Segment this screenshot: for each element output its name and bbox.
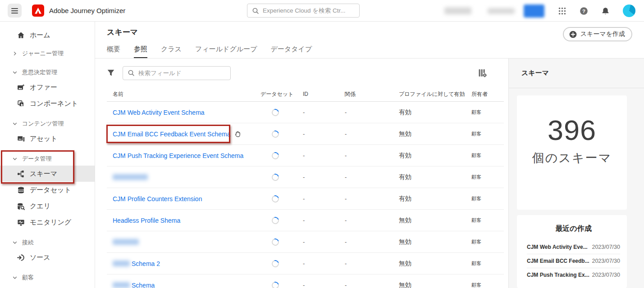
- cell-name: [107, 174, 260, 180]
- cell-dataset: [260, 174, 303, 181]
- loading-spinner-icon: [270, 151, 280, 161]
- table-row[interactable]: CJM Web Activity Event Schema - - 有効 顧客: [107, 102, 504, 123]
- chevron-down-icon: [12, 121, 18, 126]
- datasets-icon: [17, 186, 25, 194]
- chevron-down-icon: [12, 240, 18, 245]
- cell-owner: 顧客: [471, 130, 504, 137]
- sidebar-section-コンテンツ管理[interactable]: コンテンツ管理: [0, 117, 95, 130]
- sidebar: ホーム ジャーニー管理 意思決定管理 オファー コンポーネント コンテンツ管理 …: [0, 22, 95, 288]
- hand-cursor-icon: [234, 130, 242, 138]
- tab-データタイプ[interactable]: データタイプ: [271, 45, 312, 58]
- sidebar-item-コンポーネント[interactable]: コンポーネント: [0, 95, 95, 112]
- table-row[interactable]: CJM Push Tracking Experience Event Schem…: [107, 145, 504, 166]
- cell-relation: -: [345, 217, 399, 224]
- cell-dataset: [260, 152, 303, 159]
- queries-icon: [17, 202, 25, 210]
- column-header-id[interactable]: ID: [303, 91, 345, 97]
- sidebar-item-label: コンポーネント: [30, 99, 78, 108]
- help-icon[interactable]: [580, 7, 588, 15]
- cell-profile-enabled: 有効: [399, 173, 471, 181]
- recent-item-date: 2023/07/30: [592, 272, 620, 278]
- sidebar-item-アセット[interactable]: アセット: [0, 130, 95, 147]
- cell-name: Headless Profile Shema: [107, 217, 260, 224]
- sidebar-item-データセット[interactable]: データセット: [0, 182, 95, 198]
- page-title: スキーマ: [107, 27, 632, 37]
- table-row[interactable]: - - 無効 顧客: [107, 231, 504, 253]
- sidebar-section-意思決定管理[interactable]: 意思決定管理: [0, 66, 95, 79]
- table-row[interactable]: - - 有効 顧客: [107, 166, 504, 188]
- field-search-input[interactable]: [138, 70, 226, 76]
- column-settings-icon[interactable]: [478, 68, 487, 77]
- cell-relation: -: [345, 130, 399, 137]
- create-schema-label: スキーマを作成: [580, 30, 625, 38]
- schema-name-link[interactable]: CJM Profile Counters Extension: [113, 195, 202, 202]
- table-row[interactable]: Schema - - 無効 顧客: [107, 274, 504, 288]
- sidebar-item-スキーマ[interactable]: スキーマ: [0, 166, 95, 182]
- cell-name: CJM Email BCC Feedback Event Schema: [107, 130, 260, 138]
- sidebar-item-ホーム[interactable]: ホーム: [0, 27, 95, 43]
- hamburger-menu-button[interactable]: [8, 4, 22, 18]
- schema-name-link[interactable]: CJM Push Tracking Experience Event Schem…: [113, 152, 243, 159]
- cell-name: Schema: [107, 282, 260, 288]
- table-row[interactable]: CJM Profile Counters Extension - - 有効 顧客: [107, 188, 504, 210]
- column-header-profile-enabled[interactable]: プロファイルに対して有効: [399, 90, 471, 98]
- schema-name-link[interactable]: CJM Email BCC Feedback Event Schema: [113, 130, 230, 138]
- global-search-input[interactable]: [263, 7, 355, 14]
- cell-owner: 顧客: [471, 195, 504, 202]
- schema-name-link[interactable]: CJM Web Activity Event Schema: [113, 109, 205, 116]
- recent-item[interactable]: CJM Email BCC Feedb... 2023/07/30: [527, 254, 620, 268]
- sidebar-section-接続[interactable]: 接続: [0, 236, 95, 249]
- tab-参照[interactable]: 参照: [134, 45, 147, 58]
- loading-spinner-icon: [270, 237, 280, 247]
- sidebar-item-クエリ[interactable]: クエリ: [0, 198, 95, 214]
- table-row[interactable]: CJM Email BCC Feedback Event Schema - - …: [107, 123, 504, 145]
- redacted-name-blob: [113, 239, 139, 245]
- cell-profile-enabled: 無効: [399, 281, 471, 288]
- loading-spinner-icon: [270, 172, 280, 182]
- column-header-relation[interactable]: 関係: [345, 90, 399, 98]
- sidebar-item-label: アセット: [30, 135, 57, 143]
- field-search[interactable]: [123, 66, 231, 80]
- app-switcher-grid-icon[interactable]: [558, 7, 566, 15]
- cell-profile-enabled: 無効: [399, 260, 471, 268]
- filter-row: [107, 66, 503, 80]
- table-row[interactable]: Headless Profile Shema - - 無効 顧客: [107, 210, 504, 231]
- schema-count-card: 396 個のスキーマ: [517, 95, 627, 210]
- tab-フィールドグループ[interactable]: フィールドグループ: [195, 45, 257, 58]
- cell-name: [107, 239, 260, 245]
- sidebar-section-ジャーニー管理[interactable]: ジャーニー管理: [0, 47, 95, 60]
- sources-icon: [17, 254, 25, 261]
- recently-created-card: 最近の作成 CJM Web Activity Eve... 2023/07/30…: [517, 215, 627, 288]
- components-icon: [17, 100, 25, 108]
- topbar: Adobe Journey Optimizer: [0, 0, 644, 22]
- column-header-name[interactable]: 名前: [107, 90, 260, 98]
- table-row[interactable]: Schema 2 - - 無効 顧客: [107, 253, 504, 274]
- column-header-owner[interactable]: 所有者: [471, 90, 504, 98]
- schema-name-link[interactable]: Headless Profile Shema: [113, 217, 180, 224]
- sidebar-item-オファー[interactable]: オファー: [0, 79, 95, 95]
- filter-funnel-icon[interactable]: [107, 69, 115, 77]
- sidebar-item-ソース[interactable]: ソース: [0, 249, 95, 266]
- cell-owner: 顧客: [471, 109, 504, 116]
- recent-item-name: CJM Email BCC Feedb...: [527, 258, 589, 264]
- sidebar-section-データ管理[interactable]: データ管理: [0, 152, 95, 166]
- tab-クラス[interactable]: クラス: [161, 45, 182, 58]
- search-icon: [252, 7, 259, 14]
- redacted-blue-button[interactable]: [524, 4, 544, 18]
- tab-概要[interactable]: 概要: [107, 45, 120, 58]
- global-search[interactable]: [247, 4, 360, 18]
- user-avatar[interactable]: [623, 4, 635, 17]
- cell-id: -: [303, 174, 345, 180]
- sidebar-item-モニタリング[interactable]: モニタリング: [0, 214, 95, 230]
- notifications-bell-icon[interactable]: [601, 7, 610, 15]
- cell-dataset: [260, 260, 303, 267]
- recent-item[interactable]: CJM Web Activity Eve... 2023/07/30: [527, 240, 620, 254]
- schema-name-link[interactable]: Schema 2: [132, 260, 160, 267]
- schema-name-link[interactable]: Schema: [132, 282, 155, 288]
- sidebar-section-顧客[interactable]: 顧客: [0, 271, 95, 284]
- redacted-name-blob: [113, 282, 130, 288]
- create-schema-button[interactable]: スキーマを作成: [563, 27, 632, 41]
- recent-item[interactable]: CJM Push Tracking Ex... 2023/07/30: [527, 268, 620, 282]
- column-header-dataset[interactable]: データセット: [260, 90, 303, 98]
- cell-id: -: [303, 260, 345, 267]
